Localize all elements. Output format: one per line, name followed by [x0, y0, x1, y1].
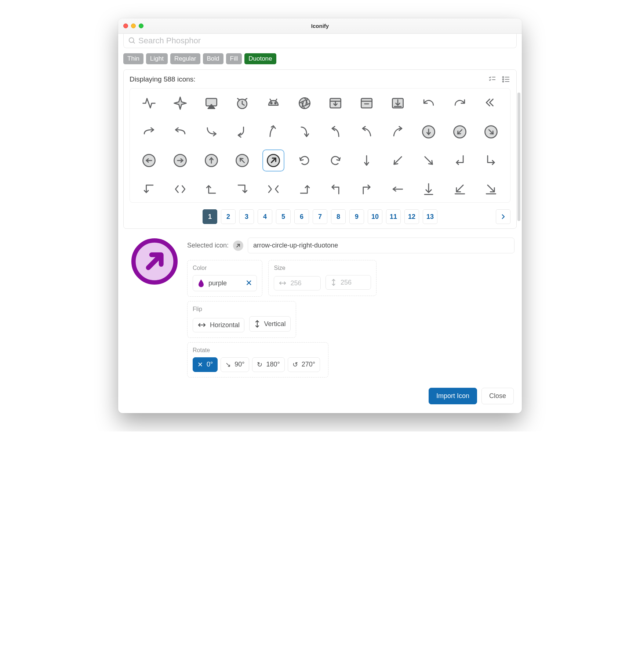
icon-corner-down[interactable] [295, 122, 314, 141]
page-8[interactable]: 8 [331, 209, 346, 224]
icon-elbow-up-left[interactable] [326, 180, 345, 199]
search-input[interactable] [136, 36, 512, 46]
page-6[interactable]: 6 [294, 209, 309, 224]
icon-airplay[interactable] [202, 94, 221, 113]
icon-rotate-ccw[interactable] [326, 151, 345, 170]
rotate-180deg[interactable]: ↻180° [252, 357, 284, 372]
page-9[interactable]: 9 [349, 209, 364, 224]
icon-rotate-cw[interactable] [295, 151, 314, 170]
icon-arrow-left[interactable] [388, 180, 407, 199]
icon-reply-all[interactable] [481, 94, 501, 113]
width-input[interactable] [290, 279, 316, 287]
icon-elbow-left-up[interactable] [202, 180, 221, 199]
icon-bend-down-right[interactable] [202, 122, 221, 141]
icon-download-box[interactable] [388, 94, 407, 113]
icon-curve-up-right[interactable] [388, 122, 407, 141]
page-4[interactable]: 4 [258, 209, 272, 224]
filter-thin[interactable]: Thin [123, 53, 143, 64]
icon-line-down[interactable] [419, 180, 438, 199]
icon-chevrons-out[interactable] [171, 180, 190, 199]
icon-arrow-circle-up-right[interactable] [264, 151, 283, 170]
icon-elbow-down-left[interactable] [450, 151, 469, 170]
search-field[interactable] [123, 34, 517, 48]
icon-arrow-circle-down[interactable] [419, 122, 438, 141]
icon-redo[interactable] [450, 94, 469, 113]
icon-corner-down-left[interactable] [233, 122, 252, 141]
filter-fill[interactable]: Fill [226, 53, 242, 64]
icon-line-down-right[interactable] [481, 180, 501, 199]
flip-vertical-button[interactable]: Vertical [249, 316, 291, 332]
height-input-wrap[interactable] [326, 275, 371, 290]
icon-arrow-circle-down-left[interactable] [450, 122, 469, 141]
icon-arrow-down[interactable] [357, 151, 376, 170]
close-button[interactable]: Close [481, 388, 514, 404]
icon-airplane[interactable] [171, 94, 190, 113]
checklist-view-icon[interactable] [488, 75, 497, 84]
flip-horizontal-button[interactable]: Horizontal [193, 318, 244, 332]
rotate-glyph-icon: ↘ [225, 361, 231, 369]
page-next[interactable] [496, 209, 510, 224]
icon-arrow-down-right[interactable] [419, 151, 438, 170]
clear-color-icon[interactable]: ✕ [240, 278, 252, 288]
icon-alarm[interactable] [233, 94, 252, 113]
flip-fieldset: Flip Horizontal Vertical [187, 301, 296, 338]
icon-elbow-left-down[interactable] [139, 180, 159, 199]
svg-line-18 [275, 99, 277, 101]
rotate-glyph-icon: ↺ [292, 361, 298, 369]
icon-elbow-right-up[interactable] [295, 180, 314, 199]
page-10[interactable]: 10 [368, 209, 382, 224]
icon-arrow-circle-down-right[interactable] [481, 122, 501, 141]
filter-light[interactable]: Light [146, 53, 168, 64]
filter-duotone[interactable]: Duotone [244, 53, 276, 64]
icon-curve-up-left[interactable] [326, 122, 345, 141]
icon-name-input[interactable] [248, 238, 514, 253]
filter-bold[interactable]: Bold [203, 53, 223, 64]
page-7[interactable]: 7 [313, 209, 327, 224]
icon-archive-tray[interactable] [326, 94, 345, 113]
icon-curve-up-left-2[interactable] [357, 122, 376, 141]
icon-arrow-circle-left[interactable] [139, 151, 159, 170]
color-fieldset: Color purple ✕ [187, 260, 262, 297]
scrollbar[interactable] [517, 93, 520, 221]
page-12[interactable]: 12 [404, 209, 419, 224]
icon-elbow-up-right[interactable] [357, 180, 376, 199]
icon-undo[interactable] [419, 94, 438, 113]
rotate-90deg[interactable]: ↘90° [221, 357, 249, 372]
app-window: Iconify ThinLightRegularBoldFillDuotone … [118, 18, 522, 413]
icon-chevrons-in[interactable] [264, 180, 283, 199]
svg-line-47 [425, 157, 433, 165]
icon-aperture[interactable] [295, 94, 314, 113]
icon-line-down-left[interactable] [450, 180, 469, 199]
icon-elbow-right-down[interactable] [233, 180, 252, 199]
width-arrow-icon [279, 280, 287, 286]
icon-archive-box[interactable] [357, 94, 376, 113]
icon-activity[interactable] [139, 94, 159, 113]
icon-android-logo[interactable] [264, 94, 283, 113]
icon-arrow-circle-up[interactable] [202, 151, 221, 170]
filter-regular[interactable]: Regular [170, 53, 200, 64]
rotate-0deg[interactable]: ✕0° [193, 357, 218, 372]
page-3[interactable]: 3 [239, 209, 254, 224]
page-11[interactable]: 11 [386, 209, 401, 224]
icon-arrow-down-left[interactable] [388, 151, 407, 170]
color-value: purple [208, 279, 227, 287]
icon-corner-up[interactable] [264, 122, 283, 141]
page-13[interactable]: 13 [423, 209, 437, 224]
page-5[interactable]: 5 [276, 209, 291, 224]
import-button[interactable]: Import Icon [429, 388, 477, 404]
size-fieldset: Size [268, 260, 376, 296]
icon-elbow-down-right[interactable] [481, 151, 501, 170]
icon-arrow-circle-right[interactable] [171, 151, 190, 170]
page-2[interactable]: 2 [221, 209, 236, 224]
svg-line-13 [237, 98, 240, 100]
list-view-icon[interactable] [502, 75, 510, 84]
color-button[interactable]: purple ✕ [193, 275, 257, 291]
icon-arrow-circle-up-left[interactable] [233, 151, 252, 170]
icon-bend-right[interactable] [139, 122, 159, 141]
icon-bend-left[interactable] [171, 122, 190, 141]
svg-line-1 [133, 42, 135, 44]
rotate-270deg[interactable]: ↺270° [288, 357, 320, 372]
height-input[interactable] [341, 279, 366, 286]
page-1[interactable]: 1 [203, 209, 217, 224]
width-input-wrap[interactable] [274, 276, 321, 290]
